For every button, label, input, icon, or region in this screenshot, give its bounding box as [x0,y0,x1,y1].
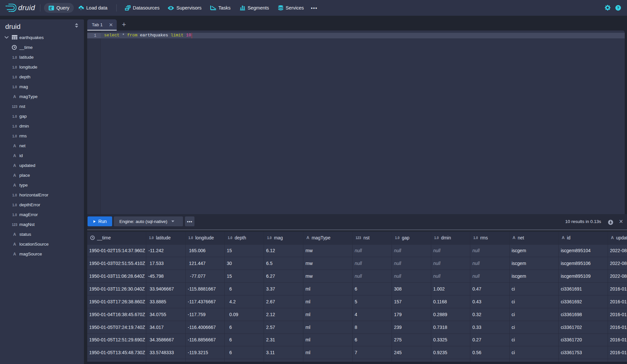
svg-text:?: ? [617,6,619,10]
